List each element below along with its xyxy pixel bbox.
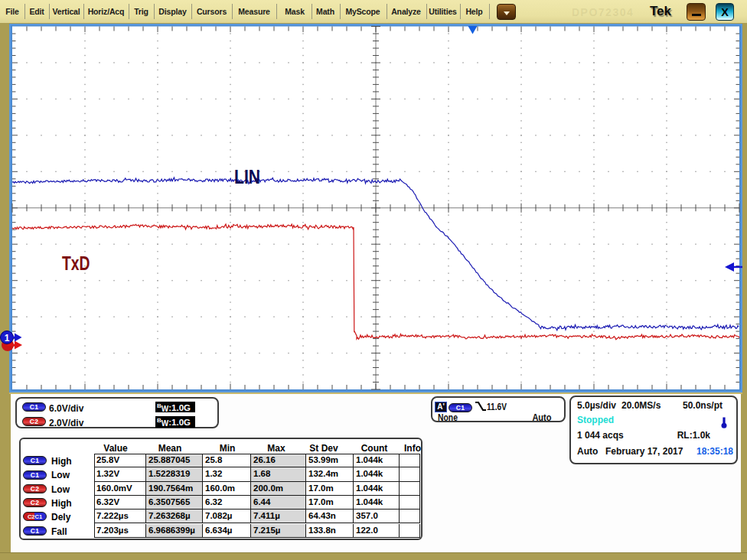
svg-text:1: 1	[5, 333, 10, 343]
svg-text:TxD: TxD	[62, 252, 90, 274]
svg-text:LIN: LIN	[234, 166, 260, 187]
